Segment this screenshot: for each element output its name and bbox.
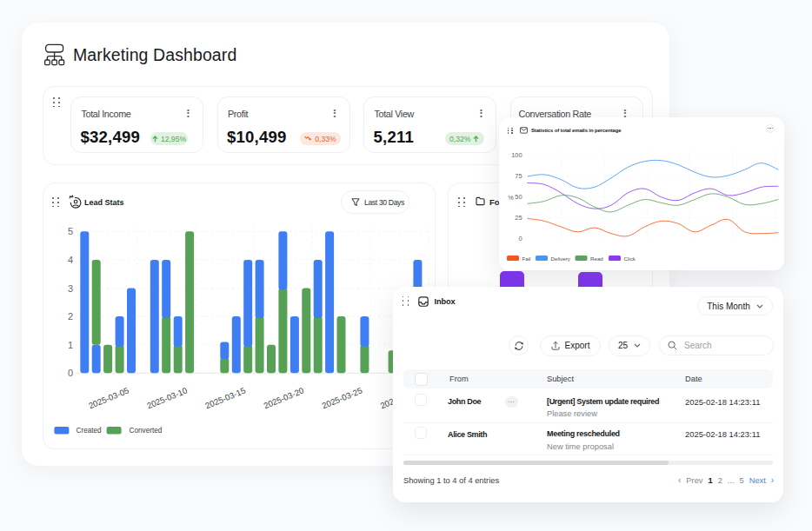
svg-text:4: 4	[68, 255, 73, 265]
svg-text:25: 25	[515, 214, 522, 222]
svg-text:0: 0	[518, 235, 522, 242]
svg-text:100: 100	[511, 151, 522, 159]
svg-text:0: 0	[68, 368, 73, 378]
svg-text:2025-03-20: 2025-03-20	[263, 385, 306, 410]
svg-text:2025-03-10: 2025-03-10	[145, 385, 189, 410]
svg-text:%: %	[508, 194, 514, 202]
svg-text:Click: Click	[624, 256, 636, 262]
svg-text:Created: Created	[77, 427, 103, 435]
svg-text:Fail: Fail	[522, 256, 531, 262]
svg-text:50: 50	[515, 193, 522, 201]
svg-text:75: 75	[515, 172, 522, 180]
svg-text:5: 5	[68, 226, 73, 236]
svg-text:2025-03-15: 2025-03-15	[203, 385, 247, 410]
svg-text:2: 2	[68, 311, 73, 322]
svg-text:Read: Read	[590, 256, 603, 262]
svg-text:2025-03-05: 2025-03-05	[87, 385, 130, 410]
svg-text:Converted: Converted	[130, 427, 163, 435]
svg-text:1: 1	[68, 340, 73, 350]
svg-text:2025-03-25: 2025-03-25	[321, 385, 364, 410]
svg-text:3: 3	[68, 283, 73, 294]
svg-text:Delivery: Delivery	[551, 256, 571, 262]
